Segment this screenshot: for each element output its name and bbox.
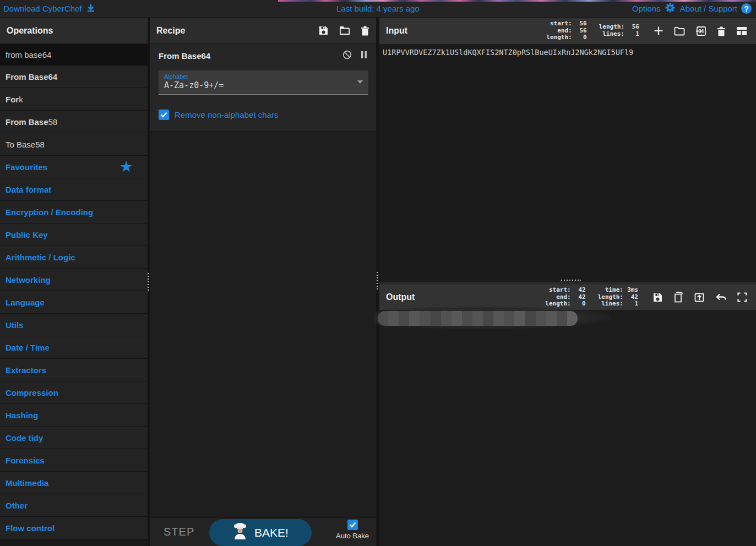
breakpoint-pause-icon[interactable] <box>361 51 367 61</box>
output-panel: Output start:42 end:42 length:0 time:3ms… <box>379 285 756 546</box>
auto-bake-checkbox[interactable] <box>347 520 358 530</box>
sidebar-item-hashing[interactable]: Hashing <box>0 404 148 427</box>
remove-non-alphabet-checkbox-row[interactable]: Remove non-alphabet chars <box>159 110 367 120</box>
operations-title: Operations <box>7 26 53 36</box>
cyberchef-app: Last build: 4 years ago Download CyberCh… <box>0 0 756 546</box>
favourites-label: Favourites <box>6 162 47 172</box>
operations-search-input[interactable] <box>0 44 148 65</box>
sidebar-item-other[interactable]: Other <box>0 494 148 517</box>
input-title: Input <box>386 26 407 36</box>
help-icon: ? <box>741 3 752 14</box>
input-output-splitter[interactable] <box>379 281 756 285</box>
bake-button-label: BAKE! <box>254 526 289 539</box>
bake-button[interactable]: BAKE! <box>209 519 312 546</box>
sidebar-item-forensics[interactable]: Forensics <box>0 449 148 472</box>
auto-bake-control[interactable]: Auto Bake <box>336 520 369 540</box>
sidebar-item-date-time[interactable]: Date / Time <box>0 336 148 359</box>
recipe-controls-bar: STEP BAKE! <box>150 517 376 546</box>
recipe-panel: Recipe <box>150 18 376 546</box>
operation-item-label: From Base <box>6 117 48 127</box>
sidebar-item-multimedia[interactable]: Multimedia <box>0 472 148 494</box>
output-size-stats: time:3ms length:42 lines:1 <box>598 287 638 308</box>
options-label: Options <box>632 4 661 13</box>
download-cyberchef-link[interactable]: Download CyberChef <box>0 3 95 14</box>
auto-bake-label: Auto Bake <box>336 532 369 540</box>
io-column: Input start:56 end:56 length:0 length:56… <box>379 18 756 546</box>
alphabet-value: A-Za-z0-9+/= <box>164 80 363 90</box>
output-title: Output <box>386 292 415 302</box>
gear-icon <box>665 2 676 15</box>
star-icon[interactable]: ★ <box>120 160 132 173</box>
maximise-output-icon[interactable] <box>737 292 747 302</box>
sidebar-item-flow-control[interactable]: Flow control <box>0 517 148 539</box>
sidebar-item-data-format[interactable]: Data format <box>0 178 148 201</box>
sidebar-item-arithmetic-logic[interactable]: Arithmetic / Logic <box>0 246 148 269</box>
input-size-stats: length:56 lines:1 <box>599 24 639 37</box>
undo-icon[interactable] <box>715 293 727 302</box>
operation-item-fork[interactable]: Fork <box>0 88 148 111</box>
clear-input-trash-icon[interactable] <box>717 26 726 36</box>
sidebar-item-code-tidy[interactable]: Code tidy <box>0 427 148 449</box>
open-file-folder-icon[interactable] <box>674 26 685 36</box>
splitter-grip <box>377 272 378 291</box>
chef-icon <box>232 522 248 543</box>
operation-name: From Base64 <box>159 51 210 61</box>
recipe-title: Recipe <box>156 26 185 36</box>
operation-title-row[interactable]: From Base64 <box>150 44 376 67</box>
output-textarea <box>379 310 756 546</box>
redaction-pill <box>378 311 578 326</box>
clear-recipe-trash-icon[interactable] <box>361 25 369 36</box>
sidebar-item-public-key[interactable]: Public Key <box>0 223 148 246</box>
input-header: Input start:56 end:56 length:0 length:56… <box>379 18 756 44</box>
input-stats: start:56 end:56 length:0 length:56 lines… <box>546 20 639 41</box>
input-text: U1RPVVRDVEZ7Zk1USldKQXFIS2NTZ0pRSlBueUIx… <box>383 48 633 57</box>
input-selection-stats: start:56 end:56 length:0 <box>546 20 586 41</box>
step-button[interactable]: STEP <box>164 526 194 538</box>
operations-header: Operations <box>0 18 148 44</box>
sidebar-item-utils[interactable]: Utils <box>0 314 148 336</box>
redacted-output-flag <box>378 310 579 326</box>
alphabet-label: Alphabet <box>164 73 363 80</box>
splitter-grip <box>561 280 581 281</box>
sidebar-item-extractors[interactable]: Extractors <box>0 359 148 381</box>
download-icon <box>86 3 95 14</box>
operation-item-label: For <box>6 95 19 104</box>
input-panel: Input start:56 end:56 length:0 length:56… <box>379 18 756 281</box>
input-tabs-layout-icon[interactable] <box>736 26 747 36</box>
operation-item-from-base58[interactable]: From Base58 <box>0 111 148 133</box>
operation-item-to-base58[interactable]: To Base58 <box>0 133 148 156</box>
alphabet-dropdown[interactable]: Alphabet A-Za-z0-9+/= <box>159 70 368 95</box>
operation-item-from-base64[interactable]: From Base64 <box>0 65 148 88</box>
open-input-icon[interactable] <box>695 26 706 36</box>
splitter-grip <box>148 273 149 292</box>
input-textarea[interactable]: U1RPVVRDVEZ7Zk1USldKQXFIS2NTZ0pRSlBueUIx… <box>379 44 756 281</box>
replace-input-with-output-icon[interactable] <box>694 292 705 303</box>
copy-output-icon[interactable] <box>673 292 683 303</box>
chevron-down-icon <box>357 80 363 84</box>
about-support-button[interactable]: About / Support ? <box>680 3 752 14</box>
sidebar-item-networking[interactable]: Networking <box>0 269 148 291</box>
sidebar-item-compression[interactable]: Compression <box>0 381 148 404</box>
sidebar-item-favourites[interactable]: Favourites ★ <box>0 156 148 178</box>
about-support-label: About / Support <box>680 4 737 13</box>
remove-non-alphabet-checkbox[interactable] <box>159 110 169 120</box>
output-selection-stats: start:42 end:42 length:0 <box>545 287 585 308</box>
top-banner: Last build: 4 years ago Download CyberCh… <box>0 0 756 18</box>
operation-item-label: From Base64 <box>6 72 57 81</box>
recipe-list: From Base64 <box>150 44 376 517</box>
save-recipe-icon[interactable] <box>318 25 329 36</box>
download-link-label: Download CyberChef <box>3 4 82 13</box>
recipe-header: Recipe <box>150 18 376 44</box>
add-input-tab-icon[interactable] <box>654 26 663 36</box>
save-output-icon[interactable] <box>652 292 663 303</box>
output-stats: start:42 end:42 length:0 time:3ms length… <box>545 287 638 308</box>
options-button[interactable]: Options <box>632 2 676 15</box>
sidebar-item-language[interactable]: Language <box>0 291 148 314</box>
sidebar-item-encryption-encoding[interactable]: Encryption / Encoding <box>0 201 148 223</box>
disable-operation-icon[interactable] <box>342 50 352 61</box>
decorative-top-strip <box>278 0 756 2</box>
operations-recipe-splitter[interactable] <box>148 18 150 546</box>
operations-panel: Operations From Base64 Fork From Base58 … <box>0 18 148 546</box>
load-recipe-folder-icon[interactable] <box>339 26 350 35</box>
recipe-operation-from-base64[interactable]: From Base64 <box>150 44 376 132</box>
